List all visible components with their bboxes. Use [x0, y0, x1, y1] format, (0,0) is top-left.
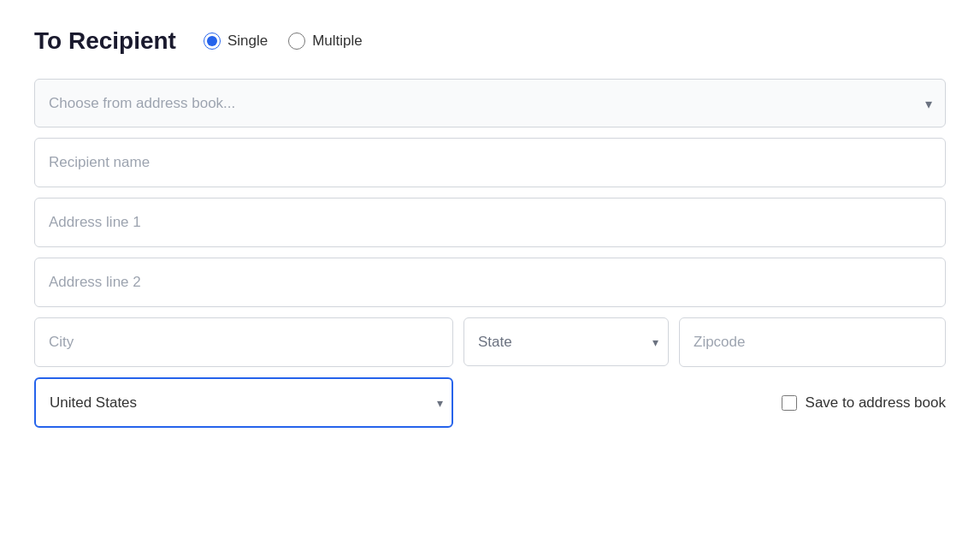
- single-radio-input[interactable]: [204, 33, 221, 50]
- state-select-wrapper: State Alabama Alaska Arizona California …: [463, 317, 669, 367]
- country-select[interactable]: United States Canada United Kingdom Aust…: [34, 377, 453, 428]
- recipient-type-radio-group: Single Multiple: [204, 33, 363, 50]
- city-state-zip-row: State Alabama Alaska Arizona California …: [34, 317, 946, 367]
- address-book-select[interactable]: Choose from address book...: [34, 79, 946, 127]
- country-save-row: United States Canada United Kingdom Aust…: [34, 377, 946, 428]
- save-address-label: Save to address book: [806, 394, 946, 412]
- zipcode-input[interactable]: [679, 317, 946, 367]
- state-select[interactable]: State Alabama Alaska Arizona California …: [463, 317, 669, 366]
- address-line1-input[interactable]: [34, 198, 946, 247]
- recipient-name-input[interactable]: [34, 138, 946, 187]
- multiple-radio-option[interactable]: Multiple: [288, 33, 363, 50]
- single-radio-label: Single: [227, 33, 268, 50]
- recipient-form: Choose from address book... ▾ State Alab…: [34, 79, 946, 428]
- address-line2-input[interactable]: [34, 258, 946, 307]
- page-title: To Recipient: [34, 27, 176, 55]
- address-book-dropdown-wrapper: Choose from address book... ▾: [34, 79, 946, 127]
- city-input[interactable]: [34, 317, 453, 367]
- country-select-wrapper: United States Canada United Kingdom Aust…: [34, 377, 453, 428]
- single-radio-option[interactable]: Single: [204, 33, 268, 50]
- multiple-radio-input[interactable]: [288, 33, 305, 50]
- save-address-wrapper: Save to address book: [782, 394, 946, 412]
- multiple-radio-label: Multiple: [312, 33, 363, 50]
- save-address-checkbox[interactable]: [782, 395, 797, 411]
